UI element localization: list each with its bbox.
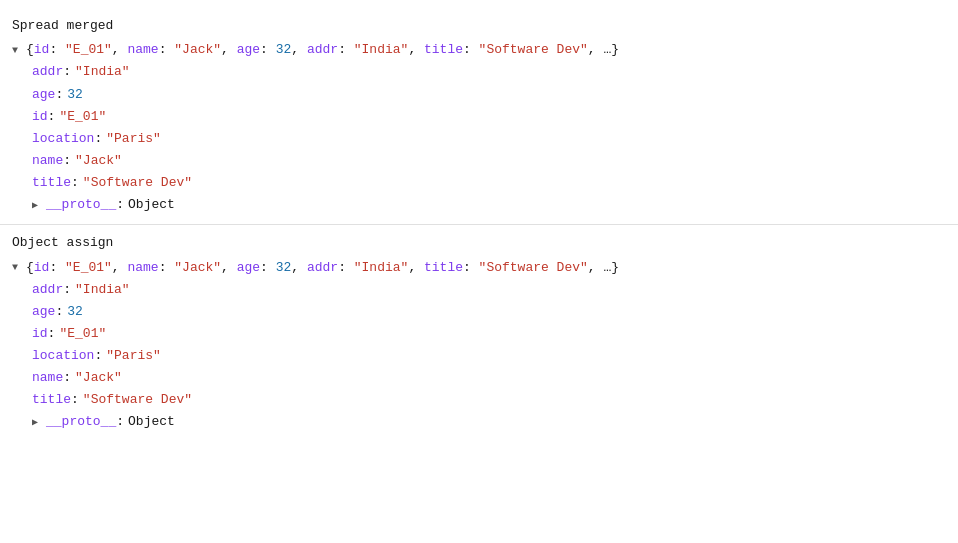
proto-colon: : [116, 194, 124, 216]
object-summary-line[interactable]: {id: "E_01", name: "Jack", age: 32, addr… [0, 39, 958, 61]
proto-line[interactable]: __proto__: Object [0, 411, 958, 433]
property-value: "Jack" [75, 367, 122, 389]
object-summary: {id: "E_01", name: "Jack", age: 32, addr… [26, 257, 619, 279]
property-key: title [32, 389, 71, 411]
property-key: age [32, 84, 55, 106]
property-line: title: "Software Dev" [0, 172, 958, 194]
property-value: "India" [75, 279, 130, 301]
property-line: location: "Paris" [0, 128, 958, 150]
property-line: addr: "India" [0, 279, 958, 301]
property-line: name: "Jack" [0, 367, 958, 389]
property-line: name: "Jack" [0, 150, 958, 172]
property-line: location: "Paris" [0, 345, 958, 367]
colon: : [94, 345, 102, 367]
property-key: location [32, 128, 94, 150]
property-value: "E_01" [59, 323, 106, 345]
property-key: name [32, 150, 63, 172]
colon: : [55, 84, 63, 106]
expand-arrow[interactable] [12, 259, 26, 276]
section-spread-merged: Spread merged{id: "E_01", name: "Jack", … [0, 8, 958, 225]
colon: : [55, 301, 63, 323]
property-value: "Software Dev" [83, 389, 192, 411]
proto-key: __proto__ [46, 194, 116, 216]
property-line: addr: "India" [0, 61, 958, 83]
expand-arrow[interactable] [12, 42, 26, 59]
property-value: "India" [75, 61, 130, 83]
property-key: name [32, 367, 63, 389]
proto-value: Object [128, 194, 175, 216]
property-key: addr [32, 61, 63, 83]
section-object-assign: Object assign{id: "E_01", name: "Jack", … [0, 225, 958, 441]
colon: : [63, 367, 71, 389]
property-key: age [32, 301, 55, 323]
property-value: "Paris" [106, 128, 161, 150]
property-line: id: "E_01" [0, 323, 958, 345]
property-line: age: 32 [0, 84, 958, 106]
section-title: Spread merged [0, 12, 958, 39]
section-title: Object assign [0, 229, 958, 256]
colon: : [71, 172, 79, 194]
object-summary: {id: "E_01", name: "Jack", age: 32, addr… [26, 39, 619, 61]
property-value: 32 [67, 301, 83, 323]
proto-arrow[interactable] [32, 197, 46, 214]
proto-value: Object [128, 411, 175, 433]
property-value: "Paris" [106, 345, 161, 367]
proto-arrow[interactable] [32, 414, 46, 431]
object-summary-line[interactable]: {id: "E_01", name: "Jack", age: 32, addr… [0, 257, 958, 279]
colon: : [94, 128, 102, 150]
colon: : [48, 323, 56, 345]
property-value: "E_01" [59, 106, 106, 128]
proto-line[interactable]: __proto__: Object [0, 194, 958, 216]
property-line: age: 32 [0, 301, 958, 323]
property-value: "Software Dev" [83, 172, 192, 194]
property-line: title: "Software Dev" [0, 389, 958, 411]
colon: : [63, 150, 71, 172]
colon: : [63, 279, 71, 301]
colon: : [71, 389, 79, 411]
property-key: location [32, 345, 94, 367]
proto-colon: : [116, 411, 124, 433]
property-line: id: "E_01" [0, 106, 958, 128]
property-key: id [32, 106, 48, 128]
property-key: title [32, 172, 71, 194]
colon: : [48, 106, 56, 128]
property-key: id [32, 323, 48, 345]
property-key: addr [32, 279, 63, 301]
colon: : [63, 61, 71, 83]
property-value: 32 [67, 84, 83, 106]
property-value: "Jack" [75, 150, 122, 172]
app-container: Spread merged{id: "E_01", name: "Jack", … [0, 8, 958, 441]
proto-key: __proto__ [46, 411, 116, 433]
